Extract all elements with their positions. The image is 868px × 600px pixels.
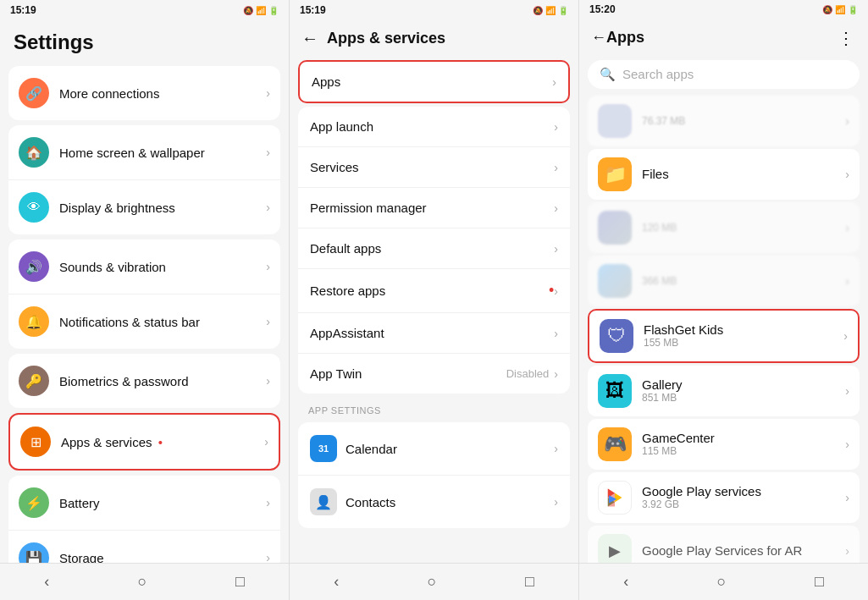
menu-item-services[interactable]: Services ›	[298, 147, 570, 188]
settings-content: Settings 🔗 More connections › 🏠 Home scr…	[0, 20, 289, 563]
menu-item-apps[interactable]: Apps ›	[300, 62, 568, 102]
time-1: 15:19	[10, 4, 36, 16]
app-item-gamecenter[interactable]: 🎮 GameCenter 115 MB ›	[588, 419, 860, 470]
flashget-size: 155 MB	[644, 337, 843, 349]
app-item-flashget-kids[interactable]: 🛡 FlashGet Kids 155 MB ›	[588, 309, 860, 363]
chevron-icon: ›	[266, 146, 270, 159]
files-icon: 📁	[598, 157, 632, 191]
chevron-icon: ›	[266, 315, 270, 328]
sounds-icon: 🔊	[19, 251, 49, 282]
svg-text:▶: ▶	[609, 493, 617, 504]
menu-item-calendar[interactable]: 31 Calendar ›	[298, 422, 570, 476]
settings-item-display[interactable]: 👁 Display & brightness ›	[8, 180, 280, 234]
nav-back-2[interactable]: ‹	[318, 568, 354, 596]
nav-home-3[interactable]: ○	[702, 568, 742, 596]
settings-item-apps-services[interactable]: ⊞ Apps & services • ›	[10, 415, 279, 469]
calendar-label: Calendar	[346, 442, 554, 456]
app-launch-label: App launch	[310, 119, 554, 134]
display-label: Display & brightness	[59, 201, 266, 215]
menu-item-default-apps[interactable]: Default apps ›	[298, 228, 570, 269]
app-twin-label: App Twin	[310, 366, 506, 381]
chevron-icon: ›	[845, 221, 849, 234]
apps-services-panel: 15:19 🔕 📶 🔋 ← Apps & services Apps › App…	[290, 0, 578, 600]
settings-item-more-connections[interactable]: 🔗 More connections ›	[8, 66, 280, 120]
unknown-app-size-1: 76.37 MB	[642, 115, 845, 127]
nav-recents-2[interactable]: □	[510, 568, 550, 596]
unknown-app-icon-2	[598, 211, 632, 245]
battery-label: Battery	[59, 496, 266, 510]
nav-recents-3[interactable]: □	[799, 568, 839, 596]
gamecenter-info: GameCenter 115 MB	[642, 431, 845, 457]
google-play-ar-info: Google Play Services for AR	[642, 543, 845, 558]
status-icons-3: 🔕 📶 🔋	[822, 5, 858, 14]
settings-item-home-screen[interactable]: 🏠 Home screen & wallpaper ›	[8, 125, 280, 180]
gamecenter-size: 115 MB	[642, 445, 845, 457]
notifications-icon: 🔔	[19, 306, 49, 337]
files-name: Files	[642, 167, 845, 181]
nav-bar-1: ‹ ○ □	[0, 563, 289, 600]
menu-item-contacts[interactable]: 👤 Contacts ›	[298, 476, 570, 528]
chevron-icon: ›	[554, 120, 558, 134]
menu-item-app-launch[interactable]: App launch ›	[298, 107, 570, 147]
chevron-icon: ›	[845, 274, 849, 288]
back-arrow-2[interactable]: ←	[301, 29, 318, 48]
notifications-label: Notifications & status bar	[59, 315, 266, 329]
chevron-icon: ›	[845, 168, 849, 181]
app-item-files[interactable]: 📁 Files ›	[588, 149, 860, 200]
app-item-unknown-2[interactable]: 120 MB ›	[588, 202, 860, 253]
google-play-services-size: 3.92 GB	[642, 498, 845, 510]
app-item-unknown-1[interactable]: 76.37 MB ›	[588, 96, 860, 146]
contacts-icon: 👤	[310, 488, 337, 515]
status-bar-3: 15:20 🔕 📶 🔋	[579, 0, 868, 19]
nav-home-1[interactable]: ○	[123, 568, 163, 596]
menu-item-appassistant[interactable]: AppAssistant ›	[298, 313, 570, 354]
nav-back-1[interactable]: ‹	[29, 568, 64, 596]
settings-item-storage[interactable]: 💾 Storage ›	[8, 531, 280, 563]
home-screen-icon: 🏠	[19, 137, 49, 168]
settings-item-biometrics[interactable]: 🔑 Biometrics & password ›	[8, 354, 280, 408]
status-icons-1: 🔕 📶 🔋	[243, 6, 279, 15]
unknown-app-size-2: 120 MB	[642, 222, 845, 234]
settings-item-notifications[interactable]: 🔔 Notifications & status bar ›	[8, 294, 280, 349]
nav-recents-1[interactable]: □	[220, 568, 260, 596]
settings-section-apps: ⊞ Apps & services • ›	[8, 413, 280, 471]
chevron-icon: ›	[554, 242, 558, 256]
apps-services-header: ← Apps & services	[290, 20, 578, 57]
permission-manager-label: Permission manager	[310, 201, 554, 215]
apps-header-left: ← Apps	[591, 29, 644, 47]
settings-section-bio: 🔑 Biometrics & password ›	[8, 354, 280, 408]
app-item-gallery[interactable]: 🖼 Gallery 851 MB ›	[588, 366, 860, 416]
gallery-icon: 🖼	[598, 374, 632, 408]
back-arrow-3[interactable]: ←	[591, 29, 606, 47]
chevron-icon: ›	[845, 491, 849, 504]
menu-item-permission-manager[interactable]: Permission manager ›	[298, 188, 570, 228]
apps-services-menu: App launch › Services › Permission manag…	[298, 107, 570, 394]
unknown-app-icon-1	[598, 104, 632, 138]
search-bar[interactable]: 🔍 Search apps	[588, 60, 860, 89]
settings-item-sounds[interactable]: 🔊 Sounds & vibration ›	[8, 239, 280, 294]
menu-item-restore-apps[interactable]: Restore apps • ›	[298, 269, 570, 313]
gamecenter-icon: 🎮	[598, 427, 632, 461]
more-menu-button[interactable]: ⋮	[838, 28, 856, 48]
settings-panel: 15:19 🔕 📶 🔋 Settings 🔗 More connections …	[0, 0, 289, 600]
nav-back-3[interactable]: ‹	[608, 568, 644, 596]
app-item-unknown-3[interactable]: 366 MB ›	[588, 256, 860, 306]
chevron-icon: ›	[264, 435, 268, 449]
settings-item-battery[interactable]: ⚡ Battery ›	[8, 476, 280, 531]
settings-section-battery: ⚡ Battery › 💾 Storage ›	[8, 476, 280, 563]
display-icon: 👁	[19, 192, 49, 223]
storage-label: Storage	[59, 551, 266, 564]
menu-item-app-twin[interactable]: App Twin Disabled ›	[298, 354, 570, 394]
chevron-icon: ›	[266, 551, 270, 563]
chevron-icon: ›	[266, 86, 270, 100]
settings-title: Settings	[0, 20, 289, 61]
google-play-ar-icon: ▶	[598, 534, 632, 563]
biometrics-icon: 🔑	[19, 366, 49, 396]
app-item-google-play-ar[interactable]: ▶ Google Play Services for AR ›	[588, 526, 860, 563]
chevron-icon: ›	[554, 495, 558, 509]
nav-home-2[interactable]: ○	[412, 568, 452, 596]
chevron-icon: ›	[266, 496, 270, 509]
app-item-google-play-services[interactable]: ▶ Google Play services 3.92 GB ›	[588, 472, 860, 523]
contacts-label: Contacts	[346, 495, 554, 509]
gallery-size: 851 MB	[642, 392, 845, 404]
